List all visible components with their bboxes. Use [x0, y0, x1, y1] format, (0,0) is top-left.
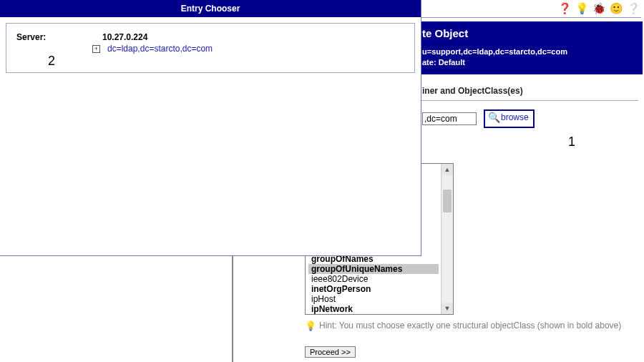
server-ip: 10.27.0.224	[102, 32, 147, 42]
smiley-icon[interactable]: 🙂	[610, 1, 623, 14]
browse-region: 🔍 browse	[484, 109, 535, 128]
annotation-1: 1	[568, 134, 575, 150]
info-icon[interactable]: ❔	[627, 1, 640, 14]
proceed-button[interactable]: Proceed >>	[305, 346, 356, 358]
scrollbar[interactable]: ▲ ▼	[441, 164, 453, 314]
list-item[interactable]: groupOfUniqueNames	[308, 264, 439, 274]
hint-text: Hint: You must choose exactly one struct…	[319, 321, 621, 332]
server-label: Server:	[16, 32, 74, 42]
template-value: Default	[439, 58, 465, 67]
browse-link[interactable]: browse	[501, 113, 529, 122]
list-item[interactable]: inetOrgPerson	[308, 284, 439, 294]
annotation-2: 2	[48, 54, 55, 69]
container-input[interactable]	[422, 112, 477, 125]
scroll-up-icon[interactable]: ▲	[441, 164, 453, 175]
bug-icon[interactable]: 🐞	[592, 1, 605, 14]
base-dn-link[interactable]: dc=ldap,dc=starcto,dc=com	[107, 44, 213, 54]
list-item[interactable]: ipHost	[308, 294, 439, 304]
hint-row: 💡 Hint: You must choose exactly one stru…	[305, 321, 637, 333]
entry-chooser-popup: Entry Chooser Server: 10.27.0.224 + dc=l…	[0, 0, 421, 256]
list-item[interactable]: ipNetwork	[308, 304, 439, 314]
expand-icon[interactable]: +	[92, 45, 100, 53]
lightbulb-icon: 💡	[305, 321, 316, 333]
popup-title: Entry Chooser	[0, 0, 421, 17]
template-label: ate:	[422, 58, 436, 67]
lightbulb-icon[interactable]: 💡	[575, 1, 588, 14]
create-object-title: te Object	[422, 27, 634, 39]
list-item[interactable]: ieee802Device	[308, 274, 439, 284]
help-icon[interactable]: ❓	[558, 1, 571, 14]
scroll-thumb[interactable]	[443, 190, 452, 212]
search-icon: 🔍	[488, 112, 499, 124]
create-object-container-line: u=support,dc=ldap,dc=starcto,dc=com	[422, 47, 634, 57]
create-object-template-line: ate: Default	[422, 57, 634, 68]
scroll-down-icon[interactable]: ▼	[441, 303, 453, 314]
